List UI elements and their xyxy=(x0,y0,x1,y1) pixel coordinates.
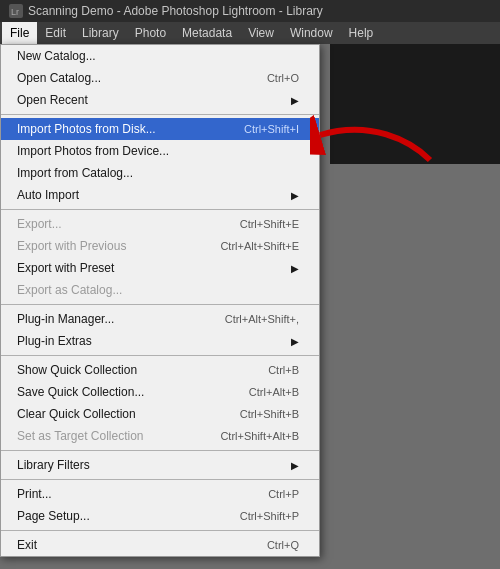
submenu-arrow-plugin-extras: ▶ xyxy=(291,336,299,347)
title-bar-text: Scanning Demo - Adobe Photoshop Lightroo… xyxy=(28,4,323,18)
menu-item-page-setup[interactable]: Page Setup... Ctrl+Shift+P xyxy=(1,505,319,527)
menu-item-import-photos-disk[interactable]: Import Photos from Disk... Ctrl+Shift+I xyxy=(1,118,319,140)
separator-5 xyxy=(1,450,319,451)
menu-item-show-quick-collection[interactable]: Show Quick Collection Ctrl+B xyxy=(1,359,319,381)
menu-item-save-quick-collection[interactable]: Save Quick Collection... Ctrl+Alt+B xyxy=(1,381,319,403)
file-menu-dropdown: New Catalog... Open Catalog... Ctrl+O Op… xyxy=(0,44,320,557)
menu-file[interactable]: File xyxy=(2,22,37,44)
menu-help[interactable]: Help xyxy=(341,22,382,44)
menu-photo[interactable]: Photo xyxy=(127,22,174,44)
menu-item-print[interactable]: Print... Ctrl+P xyxy=(1,483,319,505)
menu-item-export-with-preset[interactable]: Export with Preset ▶ xyxy=(1,257,319,279)
separator-4 xyxy=(1,355,319,356)
title-bar: Lr Scanning Demo - Adobe Photoshop Light… xyxy=(0,0,500,22)
menu-edit[interactable]: Edit xyxy=(37,22,74,44)
separator-1 xyxy=(1,114,319,115)
separator-7 xyxy=(1,530,319,531)
menu-item-export-with-previous: Export with Previous Ctrl+Alt+Shift+E xyxy=(1,235,319,257)
menu-item-import-photos-device[interactable]: Import Photos from Device... xyxy=(1,140,319,162)
black-area xyxy=(330,44,500,164)
submenu-arrow: ▶ xyxy=(291,95,299,106)
file-menu: New Catalog... Open Catalog... Ctrl+O Op… xyxy=(0,44,320,557)
menu-item-exit[interactable]: Exit Ctrl+Q xyxy=(1,534,319,556)
separator-3 xyxy=(1,304,319,305)
app-icon: Lr xyxy=(8,3,24,19)
menu-metadata[interactable]: Metadata xyxy=(174,22,240,44)
submenu-arrow-auto-import: ▶ xyxy=(291,190,299,201)
menu-item-library-filters[interactable]: Library Filters ▶ xyxy=(1,454,319,476)
menu-item-import-from-catalog[interactable]: Import from Catalog... xyxy=(1,162,319,184)
menu-item-new-catalog[interactable]: New Catalog... xyxy=(1,45,319,67)
submenu-arrow-export-preset: ▶ xyxy=(291,263,299,274)
menu-library[interactable]: Library xyxy=(74,22,127,44)
menu-item-plugin-manager[interactable]: Plug-in Manager... Ctrl+Alt+Shift+, xyxy=(1,308,319,330)
menu-item-open-catalog[interactable]: Open Catalog... Ctrl+O xyxy=(1,67,319,89)
menu-item-open-recent[interactable]: Open Recent ▶ xyxy=(1,89,319,111)
menu-item-auto-import[interactable]: Auto Import ▶ xyxy=(1,184,319,206)
menu-bar: File Edit Library Photo Metadata View Wi… xyxy=(0,22,500,44)
menu-window[interactable]: Window xyxy=(282,22,341,44)
svg-text:Lr: Lr xyxy=(11,7,19,17)
menu-item-export: Export... Ctrl+Shift+E xyxy=(1,213,319,235)
separator-2 xyxy=(1,209,319,210)
menu-view[interactable]: View xyxy=(240,22,282,44)
menu-item-plugin-extras[interactable]: Plug-in Extras ▶ xyxy=(1,330,319,352)
menu-item-export-as-catalog: Export as Catalog... xyxy=(1,279,319,301)
separator-6 xyxy=(1,479,319,480)
menu-item-set-as-target: Set as Target Collection Ctrl+Shift+Alt+… xyxy=(1,425,319,447)
submenu-arrow-library-filters: ▶ xyxy=(291,460,299,471)
menu-item-clear-quick-collection[interactable]: Clear Quick Collection Ctrl+Shift+B xyxy=(1,403,319,425)
